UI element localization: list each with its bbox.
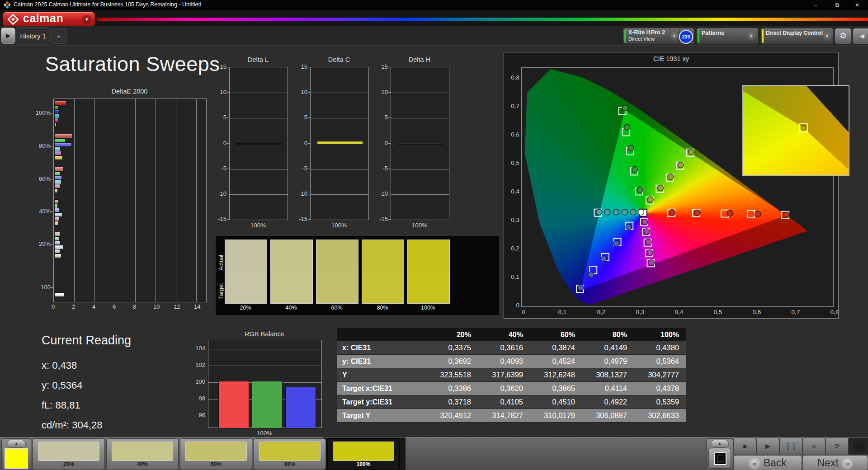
y-tick [308,92,310,93]
add-tab-button[interactable]: + [50,28,67,44]
pattern-button-60%[interactable]: 60% [180,438,252,470]
deltae-group-label: 40% [28,208,51,215]
deltae-bar [54,240,61,245]
meter-dropdown[interactable]: X-Rite i1Pro 2 Direct View ▼ 233 [623,28,694,44]
table-cell: 314,7827 [477,409,523,423]
tab-history-1[interactable]: History 1 [16,27,50,45]
collapse-toolbar-button[interactable]: ◀ [853,28,868,44]
table-header-row: 20%40%60%80%100% [337,328,686,341]
back-button[interactable]: « Back [733,455,802,470]
table-cell: 0,4922 [581,395,627,409]
table-row: y: CIE310,36920,40930,45240,49790,5364 [337,355,686,368]
table-cell: 0,4979 [581,355,627,368]
minimize-button[interactable]: – [807,0,825,10]
red-target-marker [747,211,755,218]
table-row: Target y:CIE310,37180,41050,45100,49220,… [337,395,686,409]
chevron-down-icon[interactable]: ▼ [82,15,91,24]
pattern-window-button[interactable] [708,448,731,469]
meter-count-badge[interactable]: 233 [679,30,693,44]
delta_h-x-label: 100% [391,222,448,229]
pattern-button-label: 80% [254,461,326,467]
stop-button[interactable]: ■ [733,437,756,455]
next-label: Next [817,457,839,469]
next-chevron-icon: » [841,458,853,470]
y-tick-label: -15 [375,216,388,222]
cie-x-tick: 0,1 [556,309,569,315]
swatch-column-label: 20% [225,305,266,311]
blue-measured-point [601,256,607,262]
pattern-button-100%[interactable]: 100% [327,438,400,470]
tab-scroll-button[interactable]: ▶ [1,28,15,44]
blue-bar [285,387,316,428]
table-header-cell: 20% [425,328,471,341]
loop-button[interactable]: ⟳ [826,437,849,455]
display-control-dropdown[interactable]: Direct Display Control ▼ [760,28,834,44]
next-button[interactable]: Next » [802,455,868,470]
chevron-down-icon[interactable]: ▼ [747,32,755,41]
y-tick-label: -10 [214,190,226,197]
y-tick-label: 0 [295,140,307,146]
row-label: x: CIE31 [342,341,425,355]
patterns-dropdown[interactable]: Patterns ▼ [696,28,759,44]
table-cell: 0,4105 [477,395,523,409]
x-tick-label: 4 [92,303,95,310]
green-measured-point [632,166,638,172]
table-cell: 0,4510 [529,395,575,409]
logo-row: calman ▼ [0,10,868,26]
inset-target-marker [799,123,808,132]
magenta-measured-point [646,239,651,245]
actual-swatch [362,240,404,272]
deltae-bar [54,134,73,138]
deltae-bar [54,236,60,241]
y-tick [227,67,229,67]
settings-gear-button[interactable]: ⚙ [835,28,852,44]
collapse-up-button[interactable]: ▲ [7,440,26,448]
gridline [391,169,449,169]
actual-row-label: Actual [218,249,224,276]
table-cell: 0,3692 [425,355,471,368]
table-header-cell: 60% [529,328,575,341]
target-swatch [225,272,267,303]
pattern-button-80%[interactable]: 80% [254,438,326,470]
continuous-button[interactable]: ∞ [802,437,826,455]
restore-button[interactable]: ⧉ [828,0,846,10]
chevron-down-icon[interactable]: ▼ [823,32,831,41]
deltae-bar [54,249,60,254]
cie-x-tick: 0,7 [789,309,802,315]
gridline [311,93,368,93]
reading-cdm2: cd/m²: 304,28 [42,419,103,431]
cie-plot [521,67,834,307]
pattern-button-label: 100% [328,461,399,467]
current-reading-title: Current Reading [42,334,131,348]
pattern-window-button[interactable]: [··] [779,437,802,455]
close-button[interactable]: ✕ [848,0,866,10]
calman-menu-button[interactable]: calman ▼ [3,12,95,27]
pattern-button-40%[interactable]: 40% [106,438,179,470]
chevron-down-icon[interactable]: ▼ [670,32,679,41]
y-tick-label: 0 [375,140,388,146]
red-bar [218,381,249,428]
swatch-column-label: 100% [407,305,449,311]
y-tick [308,194,310,194]
pattern-swatch [333,442,394,461]
pattern-swatch [112,442,173,461]
y-tick-label: 5 [214,114,226,121]
gridline [230,118,288,118]
play-button[interactable]: ▶ [756,437,779,455]
display-control-label: Direct Display Control [766,30,823,36]
y-tick-label: -15 [295,216,307,222]
swatch-column-label: 80% [362,305,403,311]
target-row-label: Target [218,277,224,305]
blue-measured-point [588,272,594,278]
collapse-up-button[interactable]: ▲ [711,440,729,448]
row-label: Y [342,368,425,382]
y-tick [388,92,391,93]
active-pattern-swatch[interactable] [5,448,28,469]
window-title: Calman 2025 Calman Ultimate for Business… [14,1,201,8]
deltae-bar [54,147,61,151]
delta_l-x-label: 100% [229,222,287,229]
table-cell: 306,0887 [581,409,627,423]
cie-y-tick: 0,1 [506,273,519,280]
table-row: Target Y320,4912314,7827310,0179306,0887… [337,409,686,423]
pattern-button-20%[interactable]: 20% [33,438,105,470]
